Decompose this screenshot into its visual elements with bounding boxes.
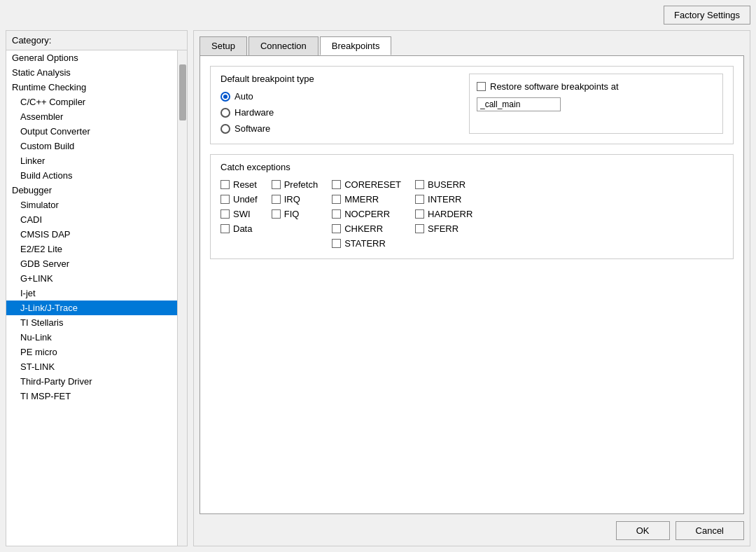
tab-connection[interactable]: Connection [248,36,318,55]
exception-label-interr: INTERR [428,194,461,205]
sidebar-item-simulator[interactable]: Simulator [6,198,177,212]
sidebar-scrollbar[interactable] [177,50,187,546]
exception-label-harderr: HARDERR [428,209,472,219]
exception-checkbox-fiq[interactable] [272,209,281,219]
exception-checkbox-data[interactable] [220,224,230,233]
exception-checkbox-sferr[interactable] [415,224,424,233]
restore-checkbox[interactable] [477,82,486,91]
radio-label-auto: Auto [234,91,253,102]
exception-checkbox-nocperr[interactable] [332,209,341,219]
radio-label-software: Software [234,123,270,134]
dialog-header: Factory Settings [6,6,750,25]
sidebar-item-output-converter[interactable]: Output Converter [6,124,177,139]
radio-label-hardware: Hardware [234,107,274,118]
exceptions-col1: ResetUndefSWIData [220,179,258,249]
exception-reset[interactable]: Reset [220,179,258,190]
exception-irq[interactable]: IRQ [272,194,318,205]
tabs-bar: SetupConnectionBreakpoints [200,36,744,55]
sidebar-item-e2-lite[interactable]: E2/E2 Lite [6,242,177,256]
sidebar-item-jlink-jtrace[interactable]: J-Link/J-Trace [6,301,177,315]
exception-checkbox-mmerr[interactable] [332,195,341,204]
sidebar-list-container: General OptionsStatic AnalysisRuntime Ch… [6,50,187,546]
dialog: Factory Settings Category: General Optio… [0,0,756,552]
exception-buserr[interactable]: BUSERR [415,179,472,190]
radio-circle-hardware [220,108,230,118]
exception-swi[interactable]: SWI [220,209,258,219]
exception-checkbox-corereset[interactable] [332,180,341,189]
sidebar-item-general-options[interactable]: General Options [6,50,177,65]
sidebar-item-ti-msp-fet[interactable]: TI MSP-FET [6,389,177,403]
sidebar-item-g-link[interactable]: G+LINK [6,271,177,286]
exception-label-buserr: BUSERR [428,179,465,190]
call-main-input[interactable] [477,97,561,111]
exception-checkbox-undef[interactable] [220,195,230,204]
exception-checkbox-reset[interactable] [220,180,230,189]
sidebar-item-pe-micro[interactable]: PE micro [6,345,177,359]
exception-harderr[interactable]: HARDERR [415,209,472,219]
exception-checkbox-chkerr[interactable] [332,224,341,233]
sidebar-item-ti-stellaris[interactable]: TI Stellaris [6,315,177,330]
exception-corereset[interactable]: CORERESET [332,179,401,190]
sidebar-item-custom-build[interactable]: Custom Build [6,139,177,153]
scrollbar-thumb [179,64,186,120]
sidebar-item-st-link[interactable]: ST-LINK [6,359,177,374]
exception-nocperr[interactable]: NOCPERR [332,209,401,219]
tab-setup[interactable]: Setup [200,36,247,55]
radio-software[interactable]: Software [220,123,459,134]
exceptions-col2: PrefetchIRQFIQ [272,179,318,249]
factory-settings-button[interactable]: Factory Settings [664,6,750,25]
exception-label-corereset: CORERESET [344,179,401,190]
exception-data[interactable]: Data [220,223,258,234]
sidebar-item-gdb-server[interactable]: GDB Server [6,256,177,271]
restore-row: Restore software breakpoints at [477,81,715,92]
category-label: Category: [6,31,187,50]
exception-fiq[interactable]: FIQ [272,209,318,219]
sidebar-item-third-party[interactable]: Third-Party Driver [6,374,177,389]
exception-chkerr[interactable]: CHKERR [332,223,401,234]
sidebar-item-cadi[interactable]: CADI [6,212,177,227]
ok-button[interactable]: OK [616,521,670,540]
radio-circle-software [220,124,230,134]
sidebar-item-nu-link[interactable]: Nu-Link [6,330,177,345]
sidebar-item-debugger[interactable]: Debugger [6,183,177,198]
exception-label-nocperr: NOCPERR [344,209,390,219]
sidebar-item-cmsis-dap[interactable]: CMSIS DAP [6,227,177,242]
exception-checkbox-staterr[interactable] [332,239,341,248]
restore-label: Restore software breakpoints at [490,81,619,92]
exception-prefetch[interactable]: Prefetch [272,179,318,190]
catch-exceptions-section: Catch exceptions ResetUndefSWIData Prefe… [210,154,734,259]
sidebar-item-cpp-compiler[interactable]: C/C++ Compiler [6,95,177,109]
sidebar-item-static-analysis[interactable]: Static Analysis [6,65,177,80]
exception-checkbox-irq[interactable] [272,195,281,204]
sidebar-item-build-actions[interactable]: Build Actions [6,168,177,183]
exception-mmerr[interactable]: MMERR [332,194,401,205]
exception-checkbox-buserr[interactable] [415,180,424,189]
default-breakpoint-section: Default breakpoint type AutoHardwareSoft… [210,66,734,144]
sidebar-item-linker[interactable]: Linker [6,153,177,168]
exception-label-sferr: SFERR [428,223,458,234]
sidebar-item-i-jet[interactable]: I-jet [6,286,177,301]
exception-label-staterr: STATERR [344,238,386,249]
exception-staterr[interactable]: STATERR [332,238,401,249]
tab-breakpoints[interactable]: Breakpoints [320,36,392,55]
sidebar-item-assembler[interactable]: Assembler [6,109,177,124]
exception-interr[interactable]: INTERR [415,194,472,205]
exception-checkbox-interr[interactable] [415,195,424,204]
radio-hardware[interactable]: Hardware [220,107,459,118]
breakpoint-type-layout: Default breakpoint type AutoHardwareSoft… [220,74,723,134]
exception-checkbox-prefetch[interactable] [272,180,281,189]
dialog-body: Category: General OptionsStatic Analysis… [6,30,750,546]
exception-label-fiq: FIQ [284,209,300,219]
exception-sferr[interactable]: SFERR [415,223,472,234]
dialog-footer: OK Cancel [200,514,744,540]
radio-auto[interactable]: Auto [220,91,459,102]
catch-exceptions-title: Catch exceptions [220,162,723,172]
cancel-button[interactable]: Cancel [676,521,744,540]
exception-checkbox-harderr[interactable] [415,209,424,219]
radio-group: AutoHardwareSoftware [220,91,459,134]
exception-undef[interactable]: Undef [220,194,258,205]
exception-label-swi: SWI [233,209,251,219]
sidebar-item-runtime-checking[interactable]: Runtime Checking [6,80,177,95]
exception-label-chkerr: CHKERR [344,223,383,234]
exception-checkbox-swi[interactable] [220,209,230,219]
